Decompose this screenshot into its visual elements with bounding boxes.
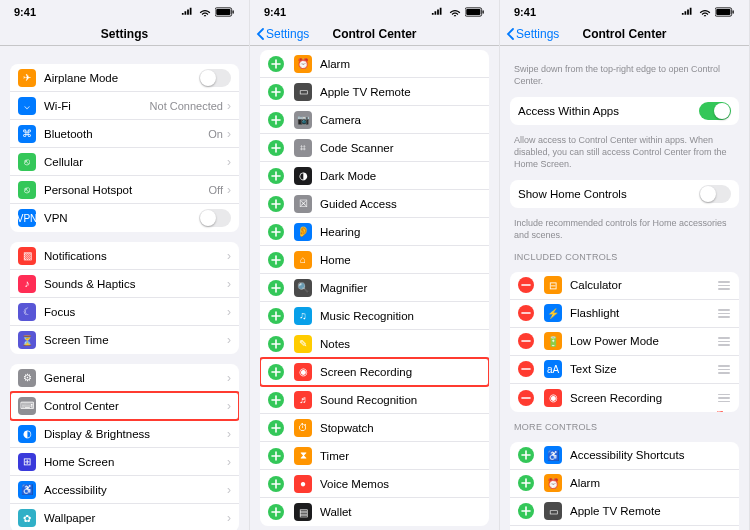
row-timer[interactable]: ⧗Timer <box>260 442 489 470</box>
add-button[interactable] <box>268 364 284 380</box>
row-code-scanner[interactable]: ⌗Code Scanner <box>260 134 489 162</box>
row-personal-hotspot[interactable]: ⎋Personal HotspotOff› <box>10 176 239 204</box>
add-button[interactable] <box>268 336 284 352</box>
add-button[interactable] <box>268 84 284 100</box>
row-notifications[interactable]: ▧Notifications› <box>10 242 239 270</box>
drag-handle-icon[interactable] <box>717 365 731 374</box>
row-accessibility[interactable]: ♿Accessibility› <box>10 476 239 504</box>
notes-icon: ✎ <box>294 335 312 353</box>
row-camera[interactable]: 📷Camera <box>510 526 739 530</box>
row-accessibility-shortcuts[interactable]: ♿Accessibility Shortcuts <box>510 442 739 470</box>
row-vpn[interactable]: VPNVPN <box>10 204 239 232</box>
drag-handle-icon[interactable] <box>717 281 731 290</box>
row-wallpaper[interactable]: ✿Wallpaper› <box>10 504 239 530</box>
row-voice-memos[interactable]: ●Voice Memos <box>260 470 489 498</box>
remove-button[interactable] <box>518 277 534 293</box>
row-low-power-mode[interactable]: 🔋Low Power Mode <box>510 328 739 356</box>
row-label: Cellular <box>44 156 227 168</box>
add-button[interactable] <box>268 448 284 464</box>
row-home[interactable]: ⌂Home <box>260 246 489 274</box>
drag-handle-icon[interactable] <box>717 309 731 318</box>
add-button[interactable] <box>268 392 284 408</box>
row-notes[interactable]: ✎Notes <box>260 330 489 358</box>
row-calculator[interactable]: ⊟Calculator <box>510 272 739 300</box>
back-button[interactable]: Settings <box>506 27 559 41</box>
add-button[interactable] <box>268 252 284 268</box>
row-label: Hearing <box>320 226 481 238</box>
row-cellular[interactable]: ⎋Cellular› <box>10 148 239 176</box>
add-button[interactable] <box>268 280 284 296</box>
row-bluetooth[interactable]: ⌘BluetoothOn› <box>10 120 239 148</box>
included-controls-list: ⊟Calculator⚡Flashlight🔋Low Power ModeaAT… <box>510 272 739 412</box>
remove-button[interactable] <box>518 361 534 377</box>
row-text-size[interactable]: aAText Size <box>510 356 739 384</box>
row-screen-recording[interactable]: ◉Screen Recording <box>510 384 739 412</box>
row-flashlight[interactable]: ⚡Flashlight <box>510 300 739 328</box>
row-screen-time[interactable]: ⏳Screen Time› <box>10 326 239 354</box>
chevron-right-icon: › <box>227 277 231 291</box>
row-alarm[interactable]: ⏰Alarm <box>260 50 489 78</box>
row-home-screen[interactable]: ⊞Home Screen› <box>10 448 239 476</box>
add-button[interactable] <box>268 168 284 184</box>
remove-button[interactable] <box>518 390 534 406</box>
row-apple-tv-remote[interactable]: ▭Apple TV Remote <box>260 78 489 106</box>
row-camera[interactable]: 📷Camera <box>260 106 489 134</box>
svg-rect-7 <box>716 9 730 15</box>
row-wallet[interactable]: ▤Wallet <box>260 498 489 526</box>
row-airplane-mode[interactable]: ✈Airplane Mode <box>10 64 239 92</box>
accessibility-icon: ♿ <box>18 481 36 499</box>
detail-text: Not Connected <box>150 100 223 112</box>
nav-bar: Settings Control Center <box>500 22 749 46</box>
status-time: 9:41 <box>264 6 286 18</box>
back-button[interactable]: Settings <box>256 27 309 41</box>
switch-home[interactable] <box>699 185 731 203</box>
add-button[interactable] <box>518 447 534 463</box>
add-button[interactable] <box>268 224 284 240</box>
row-label: Low Power Mode <box>570 335 711 347</box>
add-button[interactable] <box>268 476 284 492</box>
drag-handle-icon[interactable] <box>717 394 731 403</box>
row-stopwatch[interactable]: ⏱Stopwatch <box>260 414 489 442</box>
add-button[interactable] <box>518 475 534 491</box>
row-magnifier[interactable]: 🔍Magnifier <box>260 274 489 302</box>
row-guided-access[interactable]: ☒Guided Access <box>260 190 489 218</box>
row-alarm[interactable]: ⏰Alarm <box>510 470 739 498</box>
remove-button[interactable] <box>518 305 534 321</box>
screen-time-icon: ⏳ <box>18 331 36 349</box>
chevron-right-icon: › <box>227 333 231 347</box>
row-label: Calculator <box>570 279 711 291</box>
switch-access[interactable] <box>699 102 731 120</box>
row-access-within-apps[interactable]: Access Within Apps <box>510 97 739 125</box>
drag-handle-icon[interactable] <box>717 337 731 346</box>
row-control-center[interactable]: ⌨Control Center› <box>10 392 239 420</box>
row-apple-tv-remote[interactable]: ▭Apple TV Remote <box>510 498 739 526</box>
row-dark-mode[interactable]: ◑Dark Mode <box>260 162 489 190</box>
add-button[interactable] <box>268 112 284 128</box>
add-button[interactable] <box>268 420 284 436</box>
screen-cc-settings: 9:41 Settings Control Center Swipe down … <box>500 0 750 530</box>
code-scanner-icon: ⌗ <box>294 139 312 157</box>
row-music-recognition[interactable]: ♫Music Recognition <box>260 302 489 330</box>
row-hearing[interactable]: 👂Hearing <box>260 218 489 246</box>
add-button[interactable] <box>268 56 284 72</box>
chevron-right-icon: › <box>227 371 231 385</box>
add-button[interactable] <box>268 196 284 212</box>
row-sound-recognition[interactable]: ♬Sound Recognition <box>260 386 489 414</box>
remove-button[interactable] <box>518 333 534 349</box>
add-button[interactable] <box>268 504 284 520</box>
add-button[interactable] <box>268 308 284 324</box>
row-screen-recording[interactable]: ◉Screen Recording <box>260 358 489 386</box>
switch[interactable] <box>199 209 231 227</box>
home-screen-icon: ⊞ <box>18 453 36 471</box>
row-general[interactable]: ⚙General› <box>10 364 239 392</box>
add-button[interactable] <box>518 503 534 519</box>
row-focus[interactable]: ☾Focus› <box>10 298 239 326</box>
row-display-brightness[interactable]: ◐Display & Brightness› <box>10 420 239 448</box>
row-show-home-controls[interactable]: Show Home Controls <box>510 180 739 208</box>
row-wi-fi[interactable]: ⌵Wi-FiNot Connected› <box>10 92 239 120</box>
row-sounds-haptics[interactable]: ♪Sounds & Haptics› <box>10 270 239 298</box>
row-label: Wallpaper <box>44 512 227 524</box>
add-button[interactable] <box>268 140 284 156</box>
more-controls-list: ⏰Alarm▭Apple TV Remote📷Camera⌗Code Scann… <box>260 50 489 526</box>
switch[interactable] <box>199 69 231 87</box>
